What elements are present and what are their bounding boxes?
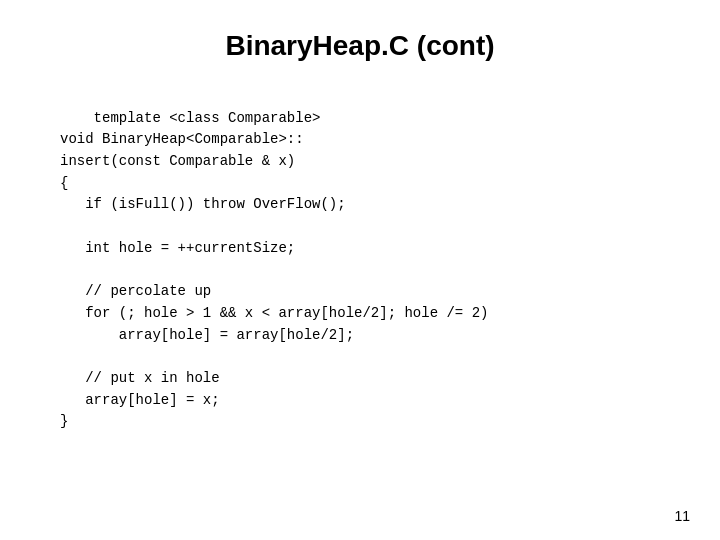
slide-title: BinaryHeap.C (cont)	[50, 30, 670, 62]
code-line-blank-3	[60, 348, 68, 364]
code-line-9: array[hole] = array[hole/2];	[60, 327, 354, 343]
code-line-12: }	[60, 413, 68, 429]
code-line-2: void BinaryHeap<Comparable>::	[60, 131, 304, 147]
code-line-blank-2	[60, 262, 68, 278]
code-line-1: template <class Comparable>	[94, 110, 321, 126]
code-line-5: if (isFull()) throw OverFlow();	[60, 196, 346, 212]
code-line-4: {	[60, 175, 68, 191]
code-line-3: insert(const Comparable & x)	[60, 153, 295, 169]
code-block: template <class Comparable> void BinaryH…	[50, 86, 670, 455]
code-line-11: array[hole] = x;	[60, 392, 220, 408]
page-number: 11	[674, 508, 690, 524]
code-line-6: int hole = ++currentSize;	[60, 240, 295, 256]
code-line-8: for (; hole > 1 && x < array[hole/2]; ho…	[60, 305, 488, 321]
slide-container: BinaryHeap.C (cont) template <class Comp…	[0, 0, 720, 540]
code-line-blank-1	[60, 218, 68, 234]
code-line-7: // percolate up	[60, 283, 211, 299]
code-line-10: // put x in hole	[60, 370, 220, 386]
